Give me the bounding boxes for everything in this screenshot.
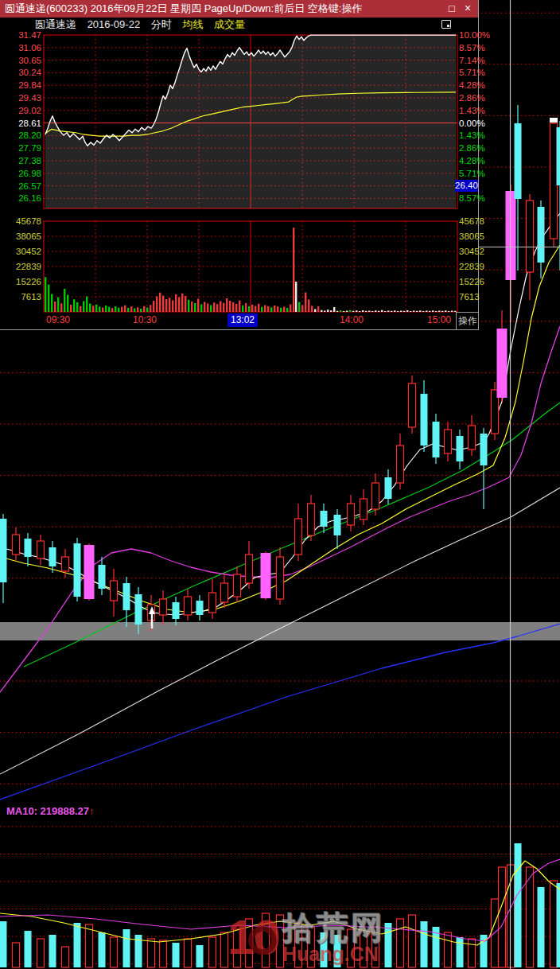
candle-up: [111, 581, 118, 601]
candle-up: [308, 504, 315, 535]
window-mode-icon[interactable]: [441, 20, 451, 29]
close-button[interactable]: ×: [461, 0, 475, 18]
candle-down: [49, 547, 56, 566]
maximize-button[interactable]: □: [445, 0, 459, 18]
popup-titlebar[interactable]: 圆通速递(600233) 2016年09月22日 星期四 PageUp/Down…: [0, 0, 478, 18]
volume-bar-up: [409, 915, 416, 967]
volume-bar-up: [148, 939, 155, 967]
candle-down: [457, 436, 464, 461]
volume-bar-up: [469, 939, 476, 967]
candle-up: [372, 483, 379, 509]
volume-bar-up: [37, 939, 45, 967]
volume-bar-down: [385, 923, 392, 967]
tab-minute-chart[interactable]: 分时: [151, 18, 172, 30]
popup-chart-header: 圆通速递 2016-09-22 分时 均线 成交量: [0, 18, 478, 32]
candle-up: [277, 557, 284, 599]
candle-down: [74, 543, 81, 597]
watermark-domain: Huang.CN: [282, 944, 385, 964]
up-arrow-icon: ↑: [89, 805, 95, 817]
last-price-tick: [550, 118, 558, 123]
volume-bar-down: [0, 921, 7, 967]
candle-down: [135, 594, 142, 625]
volume-bar-down: [457, 937, 464, 967]
candle-down: [421, 394, 428, 446]
candle-marked: [497, 329, 508, 398]
candle-up: [527, 200, 534, 272]
current-price-badge: 26.40: [455, 180, 478, 192]
candle-up: [160, 599, 167, 615]
gear-icon: [248, 926, 277, 955]
candle-up: [295, 519, 302, 555]
candle-down: [99, 565, 106, 589]
intraday-plot[interactable]: [0, 32, 478, 313]
candle-down: [557, 127, 560, 185]
popup-title: 圆通速递(600233) 2016年09月22日 星期四 PageUp/Down…: [5, 2, 362, 14]
volume-bar-up: [13, 943, 20, 967]
candle-up: [37, 541, 45, 558]
candle-up: [209, 593, 216, 613]
candle-down: [433, 422, 440, 457]
candle-up: [185, 597, 192, 615]
candle-marked: [261, 553, 271, 598]
volume-bar-up: [86, 924, 93, 967]
price-area-fill: [45, 35, 456, 208]
time-axis-label: 10:30: [133, 314, 157, 325]
volume-bar-down: [173, 943, 180, 967]
candle-down: [196, 601, 204, 615]
volume-bar-down: [99, 932, 106, 967]
volume-bar-down: [515, 843, 522, 967]
candle-up: [234, 574, 241, 597]
volume-bar-up: [62, 947, 69, 967]
watermark-site: 拾荒网: [282, 912, 385, 944]
candle-up: [409, 383, 416, 427]
volume-bar-up: [499, 867, 506, 967]
candle-up: [221, 583, 228, 602]
time-axis-label: 14:00: [340, 314, 364, 325]
tab-volume[interactable]: 成交量: [214, 18, 245, 30]
candle-down: [515, 123, 522, 199]
intraday-popup-window: 圆通速递(600233) 2016年09月22日 星期四 PageUp/Down…: [0, 0, 479, 330]
candle-down: [480, 434, 488, 465]
volume-bar-up: [527, 867, 534, 967]
chart-date: 2016-09-22: [88, 18, 141, 30]
candle-up: [550, 123, 558, 239]
candle-up: [62, 557, 69, 571]
stock-name: 圆通速递: [35, 18, 76, 30]
candle-marked: [84, 545, 95, 599]
candle-down: [334, 515, 341, 535]
volume-bar-up: [550, 881, 558, 967]
volume-ma10-label: MA10: 219888.27↑: [6, 805, 95, 817]
time-axis-label: 15:00: [427, 314, 451, 325]
candle-up: [445, 430, 452, 453]
volume-bar-up: [397, 919, 404, 967]
volume-bar-up: [111, 937, 118, 967]
volume-bar-down: [123, 929, 130, 967]
volume-bar-down: [25, 931, 32, 967]
candle-down: [385, 477, 392, 499]
time-axis-label: 09:30: [46, 314, 70, 325]
candle-down: [25, 539, 32, 557]
app-window: MA10: 219888.27↑ 10 拾荒网 Huang.CN 圆通速递(60…: [0, 0, 560, 969]
candle-down: [123, 583, 130, 610]
time-axis: 09:3010:3013:0214:0015:00: [0, 313, 478, 329]
action-button[interactable]: 操作: [456, 312, 478, 329]
volume-bar-down: [196, 945, 204, 967]
candle-up: [13, 535, 20, 555]
candle-down: [538, 207, 545, 263]
volume-bar-down: [49, 935, 56, 967]
candle-down: [321, 511, 328, 527]
watermark: 10 拾荒网 Huang.CN: [228, 912, 385, 964]
volume-bar-down: [557, 883, 560, 967]
tab-average-line[interactable]: 均线: [182, 18, 203, 30]
volume-bar-down: [421, 921, 428, 967]
volume-bar-up: [445, 932, 452, 967]
volume-bar-down: [538, 887, 545, 967]
time-highlight-badge: 13:02: [228, 313, 258, 327]
candle-down: [0, 519, 7, 582]
candle-up: [360, 499, 368, 520]
volume-bar-up: [209, 937, 216, 967]
candle-down: [173, 602, 180, 619]
candle-up: [469, 426, 476, 449]
volume-bar-up: [185, 939, 192, 967]
volume-bar-up: [160, 940, 167, 967]
